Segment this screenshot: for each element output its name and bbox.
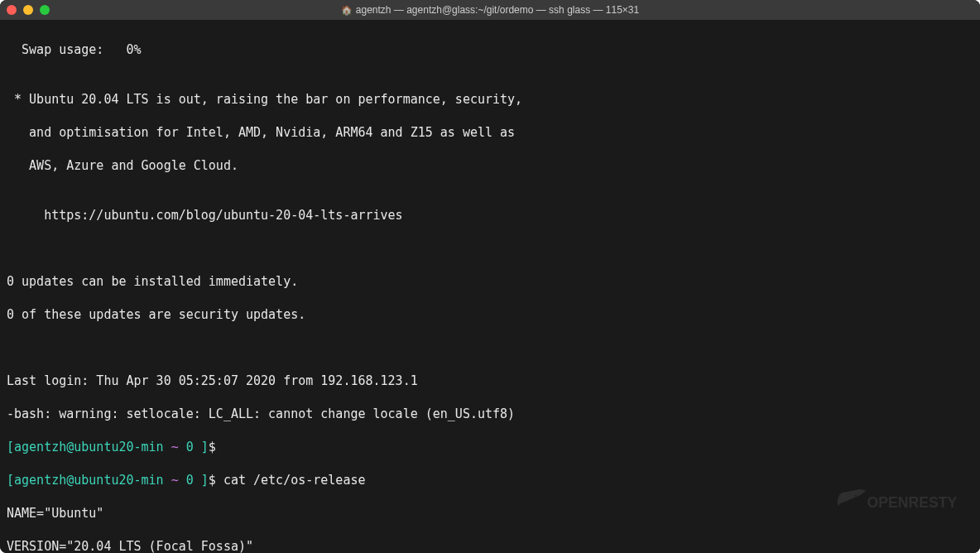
prompt-tilde: ~ — [164, 440, 186, 454]
prompt-exit-code: 0 — [186, 473, 194, 488]
prompt-line-1: [agentzh@ubuntu20-min ~ 0 ]$ — [7, 439, 973, 455]
motd-swap: Swap usage: 0% — [7, 41, 973, 58]
os-release-line: VERSION="20.04 LTS (Focal Fossa)" — [7, 538, 973, 553]
prompt-dollar: $ — [209, 473, 223, 488]
prompt-bracket-close: ] — [194, 473, 209, 488]
minimize-button[interactable] — [23, 5, 33, 15]
maximize-button[interactable] — [40, 5, 50, 15]
window-title: 🏠 agentzh — agentzh@glass:~/git/ordemo —… — [341, 4, 639, 16]
window-title-text: agentzh — agentzh@glass:~/git/ordemo — s… — [356, 4, 639, 16]
bash-warning: -bash: warning: setlocale: LC_ALL: canno… — [7, 406, 973, 422]
prompt-user-host: agentzh@ubuntu20-min — [14, 440, 164, 454]
terminal-window: 🏠 agentzh — agentzh@glass:~/git/ordemo —… — [0, 0, 980, 553]
prompt-line-2: [agentzh@ubuntu20-min ~ 0 ]$ cat /etc/os… — [7, 472, 973, 488]
prompt-bracket: [ — [7, 473, 14, 488]
prompt-dollar: $ — [209, 440, 223, 454]
motd-ubuntu-3: AWS, Azure and Google Cloud. — [7, 157, 973, 174]
command-text: cat /etc/os-release — [223, 473, 366, 488]
last-login: Last login: Thu Apr 30 05:25:07 2020 fro… — [7, 373, 973, 389]
prompt-user-host: agentzh@ubuntu20-min — [14, 473, 164, 488]
svg-point-0 — [854, 494, 857, 497]
titlebar[interactable]: 🏠 agentzh — agentzh@glass:~/git/ordemo —… — [0, 0, 980, 20]
prompt-bracket-close: ] — [194, 440, 209, 454]
close-button[interactable] — [7, 5, 17, 15]
prompt-exit-code: 0 — [186, 440, 194, 454]
prompt-tilde: ~ — [164, 473, 186, 488]
os-release-line: NAME="Ubuntu" — [7, 505, 973, 522]
terminal-content[interactable]: Swap usage: 0% * Ubuntu 20.04 LTS is out… — [0, 20, 980, 553]
motd-updates-2: 0 of these updates are security updates. — [7, 306, 973, 323]
motd-ubuntu-1: * Ubuntu 20.04 LTS is out, raising the b… — [7, 91, 973, 108]
home-icon: 🏠 — [341, 5, 353, 16]
motd-ubuntu-2: and optimisation for Intel, AMD, Nvidia,… — [7, 124, 973, 141]
prompt-bracket: [ — [7, 440, 14, 454]
motd-updates-1: 0 updates can be installed immediately. — [7, 273, 973, 290]
motd-url: https://ubuntu.com/blog/ubuntu-20-04-lts… — [7, 207, 973, 224]
traffic-lights — [7, 5, 50, 15]
